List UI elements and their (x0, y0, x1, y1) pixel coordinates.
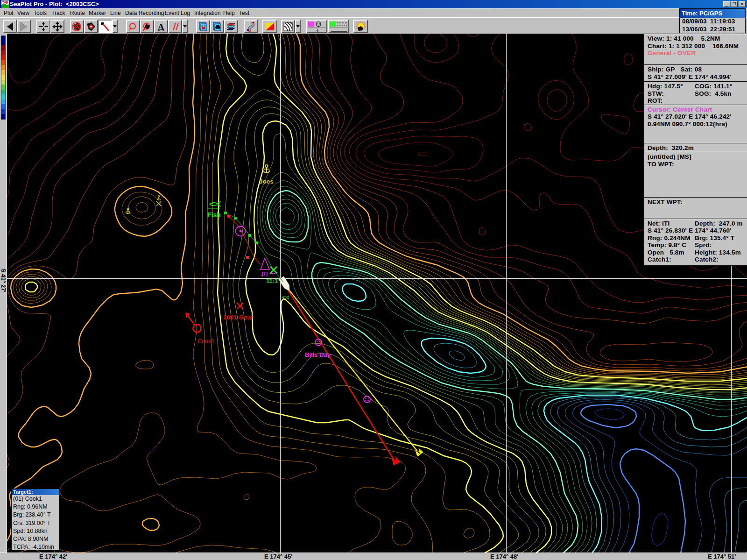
svg-text:2001 Gear: 2001 Gear (223, 314, 254, 321)
svg-text:Bills Day: Bills Day (305, 351, 331, 358)
svg-text:Joes: Joes (259, 178, 274, 185)
svg-text:,|T|: ,|T| (261, 271, 268, 276)
svg-text:11:1: 11:1 (266, 277, 278, 284)
svg-text:Fish: Fish (207, 211, 221, 219)
svg-text:Cook1: Cook1 (197, 338, 214, 345)
